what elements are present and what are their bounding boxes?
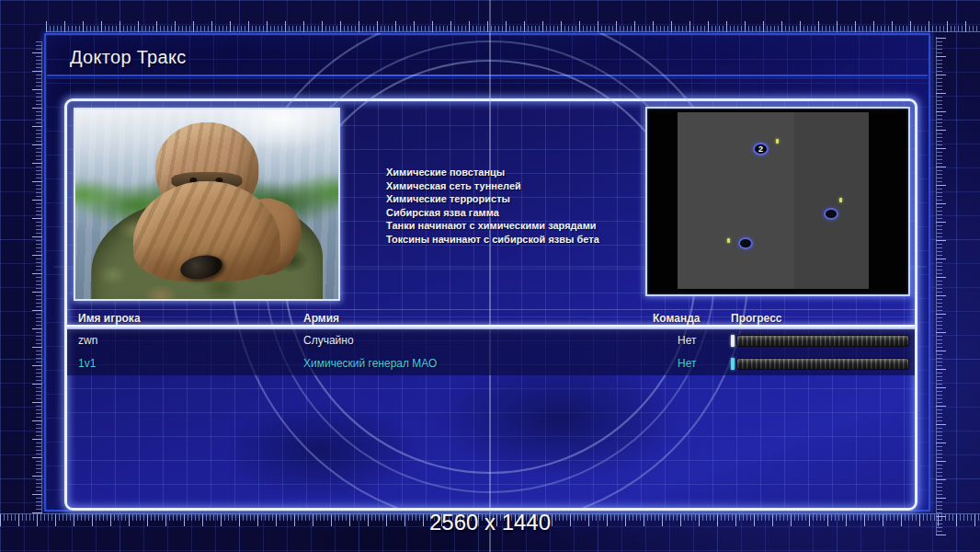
table-header-topline [67, 309, 915, 310]
resource-dot [839, 198, 842, 202]
resource-dot [727, 238, 730, 243]
table-row: 1v1 Химический генерал МАО Нет [67, 352, 915, 375]
resource-dot [776, 139, 779, 144]
cell-army: Химический генерал МАО [303, 352, 437, 375]
progress-track [736, 335, 909, 347]
trait-line: Танки начинают с химическими зарядами [386, 219, 671, 233]
panel-content: Химические повстанцы Химическая сеть тун… [67, 101, 915, 508]
cell-army: Случайно [303, 329, 354, 352]
progress-bar [731, 358, 909, 370]
resolution-label: 2560 x 1440 [0, 510, 980, 535]
trait-line: Химические повстанцы [386, 166, 671, 179]
general-traits-list: Химические повстанцы Химическая сеть тун… [386, 166, 671, 247]
marker-label: 2 [758, 144, 763, 154]
progress-bar [731, 335, 909, 347]
progress-indicator [731, 358, 735, 370]
trait-line: Химическая сеть туннелей [386, 179, 671, 193]
ruler-right [936, 37, 946, 535]
progress-indicator [731, 335, 735, 347]
start-position-marker [738, 237, 753, 249]
start-position-marker [824, 208, 838, 220]
progress-track [736, 358, 909, 370]
cell-player-name: zwn [78, 329, 97, 352]
title-separator [47, 75, 928, 76]
table-row: zwn Случайно Нет [67, 329, 915, 352]
ruler-top [46, 21, 980, 32]
cell-team: Нет [678, 352, 696, 375]
cell-team: Нет [678, 329, 696, 352]
loading-screen: Доктор Тракс Химическ [0, 0, 980, 552]
trait-line: Токсины начинают с сибирской язвы бета [386, 233, 671, 247]
trait-line: Сибирская язва гамма [386, 206, 671, 220]
minimap-frame: 2 [645, 107, 910, 296]
start-position-marker: 2 [753, 143, 769, 155]
portrait-frame [74, 108, 340, 301]
players-table: zwn Случайно Нет 1v1 Химический генерал … [67, 329, 915, 375]
ruler-left [32, 41, 42, 513]
portrait-image [75, 109, 338, 299]
page-title: Доктор Тракс [70, 47, 187, 68]
trait-line: Химические террористы [386, 192, 671, 206]
cell-player-name: 1v1 [78, 352, 96, 375]
